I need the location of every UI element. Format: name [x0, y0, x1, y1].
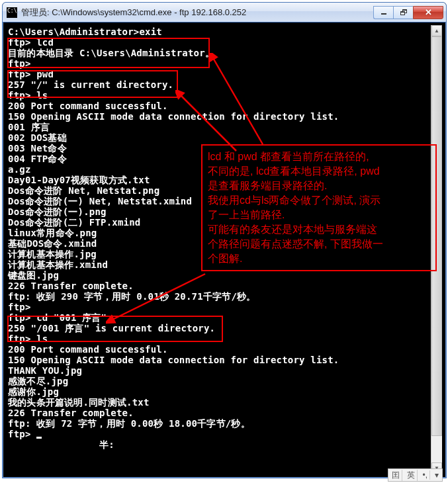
terminal-line: Dos命令进阶 Net, Netstat.png: [8, 185, 441, 196]
terminal-line: THANK YOU.jpg: [8, 365, 441, 376]
terminal-line: Dos命令进阶(一).png: [8, 206, 441, 217]
terminal-line: C:\Users\Administrator>exit: [8, 26, 441, 37]
terminal-line: Dos命令进阶(一) Net, Netstat.xmind: [8, 196, 441, 206]
terminal-line: ftp> cd "001 序言": [8, 312, 441, 323]
ime-lang[interactable]: 英: [405, 470, 418, 481]
terminal-line: ftp: 收到 290 字节，用时 0.01秒 20.71千字节/秒。: [8, 291, 441, 302]
terminal-line: a.gz: [8, 164, 441, 175]
scrollbar[interactable]: ▲ ▼: [431, 25, 442, 474]
titlebar[interactable]: 管理员: C:\Windows\system32\cmd.exe - ftp 1…: [3, 3, 446, 22]
terminal-line: 我的头条开篇说明.同时测试.txt: [8, 397, 441, 408]
terminal-line: ftp> pwd: [8, 69, 441, 79]
ime-chevron-down-icon[interactable]: ▾: [433, 470, 441, 480]
terminal-line: 计算机基本操作.xmind: [8, 259, 441, 270]
terminal-line: 200 Port command successful.: [8, 101, 441, 111]
minimize-icon: [381, 9, 387, 16]
window-title: 管理员: C:\Windows\system32\cmd.exe - ftp 1…: [21, 7, 373, 19]
terminal-line: 感激不尽.jpg: [8, 376, 441, 386]
cmd-icon: [7, 7, 17, 18]
terminal-line: ftp>: [8, 429, 441, 439]
terminal-line: 004 FTP命令: [8, 154, 441, 164]
terminal-line: Dos命令进阶(二) FTP.xmind: [8, 217, 441, 228]
restore-icon: [400, 9, 407, 15]
terminal-line: 半:: [8, 439, 441, 450]
close-button[interactable]: ✕: [413, 6, 443, 19]
terminal-line: linux常用命令.png: [8, 228, 441, 238]
terminal-line: Day01-Day07视频获取方式.txt: [8, 175, 441, 185]
terminal-line: 257 "/" is current directory.: [8, 79, 441, 90]
terminal-line: 226 Transfer complete.: [8, 408, 441, 418]
scroll-up-button[interactable]: ▲: [431, 25, 442, 36]
terminal-line: ftp: 收到 72 字节，用时 0.00秒 18.00千字节/秒。: [8, 418, 441, 429]
terminal-output[interactable]: C:\Users\Administrator>exitftp> lcd目前的本地…: [7, 25, 442, 474]
terminal-line: 目前的本地目录 C:\Users\Administrator。: [8, 48, 441, 58]
terminal-line: 150 Opening ASCII mode data connection f…: [8, 111, 441, 122]
terminal-line: ftp> ls: [8, 333, 441, 344]
ime-bar[interactable]: 囯 英 •, ▾: [388, 468, 443, 482]
terminal-line: 226 Transfer complete.: [8, 281, 441, 291]
maximize-button[interactable]: [393, 6, 413, 19]
terminal-line: 001 序言: [8, 122, 441, 132]
window-buttons: ✕: [373, 6, 443, 19]
terminal-line: 003 Net命令: [8, 143, 441, 154]
ime-punct[interactable]: •,: [420, 470, 430, 480]
terminal-line: ftp>: [8, 302, 441, 312]
terminal-line: ftp>: [8, 58, 441, 69]
terminal-line: 200 Port command successful.: [8, 344, 441, 355]
scroll-thumb[interactable]: [431, 36, 442, 436]
ime-keyboard-icon[interactable]: 囯: [390, 470, 402, 481]
terminal-line: 计算机基本操作.jpg: [8, 249, 441, 259]
terminal-line: 250 "/001 序言" is current directory.: [8, 323, 441, 333]
terminal-line: 键盘图.jpg: [8, 270, 441, 281]
command-prompt-window: 管理员: C:\Windows\system32\cmd.exe - ftp 1…: [2, 2, 447, 478]
terminal-line: ftp> ls: [8, 90, 441, 101]
terminal-line: 002 DOS基础: [8, 132, 441, 143]
close-icon: ✕: [425, 7, 432, 17]
terminal-line: 基础DOS命令.xmind: [8, 238, 441, 249]
terminal-line: 感谢你.jpg: [8, 386, 441, 397]
svg-rect-0: [381, 13, 386, 15]
terminal-line: ftp> lcd: [8, 37, 441, 48]
terminal-line: 150 Opening ASCII mode data connection f…: [8, 355, 441, 365]
minimize-button[interactable]: [373, 6, 393, 19]
